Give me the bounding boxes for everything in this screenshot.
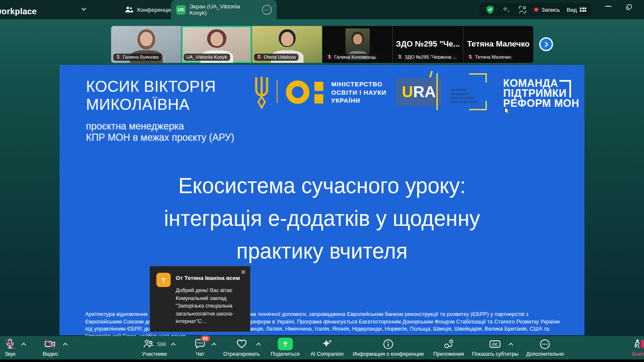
video-tile-olena-udalova[interactable]: Olena Udalova — [252, 26, 322, 63]
ministry-wordmark: МІНІСТЕРСТВО ОСВІТИ І НАУКИ УКРАЇНИ — [331, 80, 387, 105]
participant-name-pill: Галина Коломоєць — [325, 54, 379, 61]
record-dot-icon — [534, 8, 538, 12]
chat-notification-popup[interactable]: Т От Тетяна Іваніна всем Добрий день! Ва… — [150, 266, 250, 332]
participant-name-pill: ЗДО №295 "Червона ... — [395, 54, 460, 61]
brand-chevron-down-icon[interactable] — [81, 6, 86, 10]
view-label: Вид — [567, 7, 577, 13]
filmstrip-next-page-button[interactable] — [539, 37, 553, 51]
slide-speaker-role: проєктна менеджерка КПР МОН в межах проє… — [86, 121, 234, 143]
chat-options-chevron[interactable] — [212, 343, 216, 347]
more-icon — [540, 339, 551, 350]
captions-button[interactable]: CC Показать субтитры — [472, 338, 519, 357]
view-button[interactable]: Вид — [567, 7, 586, 13]
meeting-info-button[interactable]: Информация о конференции — [353, 338, 423, 357]
tab-conference-label: Конференция — [137, 7, 174, 13]
video-tile-galyna-kolomoiets[interactable]: Галина Коломоєць — [322, 26, 392, 63]
people-icon — [124, 5, 133, 14]
participants-options-chevron[interactable] — [171, 343, 176, 347]
video-tile-viktoriia-kosyk-active-speaker[interactable]: UA_Viktoriia Kosyk — [182, 26, 252, 63]
heart-icon — [236, 338, 247, 350]
smart-frame-icon[interactable] — [517, 5, 527, 15]
chat-message-preview: Добрий день! Вас вітає Комунальний закла… — [176, 287, 246, 326]
ura-subtitle: UKRAINE RECOVERY AND REFORM ARCHITECTURE — [451, 88, 477, 104]
apps-icon — [443, 338, 454, 350]
ministry-colon-icon — [314, 94, 323, 103]
ukraine-trident-icon — [253, 77, 270, 110]
shared-screen-slide: КОСИК ВІКТОРІЯ МИКОЛАЇВНА проєктна менед… — [60, 65, 584, 335]
brand-line1: zoom — [0, 1, 55, 7]
chat-button[interactable]: 93 Чат — [194, 338, 206, 357]
react-button[interactable]: Отреагировать — [223, 338, 260, 357]
tab-screen-label: Экран (UA_Viktoriia Kosyk) — [190, 3, 258, 16]
ura-frame-corner-tr — [486, 73, 487, 83]
tile-display-name: ЗДО №295 "Че... — [393, 39, 463, 49]
brand-line2: workplace — [0, 7, 55, 16]
video-tile-zdo-295[interactable]: ЗДО №295 "Че... ЗДО №295 "Червона ... — [393, 26, 463, 63]
mic-muted-icon — [397, 54, 402, 59]
participants-count: 566 — [157, 341, 166, 347]
tab-screen-share[interactable]: UK Экран (UA_Viktoriia Kosyk) ··· — [171, 0, 277, 19]
slide-title: Екосистема сучасного уроку: інтеграція е… — [60, 170, 584, 268]
recording-label: Запись — [541, 7, 560, 13]
mouse-cursor — [504, 107, 510, 115]
window-bottom-edge — [0, 359, 644, 362]
video-button[interactable]: Видео — [43, 338, 58, 357]
mic-muted-icon — [327, 54, 332, 59]
sparkle-icon — [321, 338, 333, 350]
video-tile-tetiana-malechko[interactable]: Тетяна Малечко Тетяна Малечко — [463, 26, 533, 63]
window-restore-button[interactable] — [626, 4, 632, 10]
ura-frame-bottom — [469, 109, 487, 110]
meeting-status-pill: Запись Вид — [480, 3, 592, 16]
chevron-right-icon — [543, 41, 550, 48]
recording-indicator[interactable]: Запись — [534, 7, 560, 13]
mic-muted-icon — [4, 338, 16, 350]
share-icon — [278, 338, 293, 350]
ai-companion-button[interactable]: AI Companion — [310, 338, 343, 357]
video-filmstrip: Галина Буянова UA_Viktoriia Kosyk — [111, 26, 533, 63]
team-bracket-side — [569, 80, 571, 98]
participants-icon — [143, 338, 154, 350]
participant-initials-badge: UK — [176, 5, 186, 15]
sender-avatar: Т — [156, 273, 171, 287]
video-options-chevron[interactable] — [63, 343, 68, 347]
security-shield-icon[interactable] — [486, 5, 495, 14]
logo-divider — [277, 80, 278, 103]
ura-accent-icon — [429, 71, 433, 78]
svg-text:CC: CC — [492, 342, 498, 346]
video-tile-galyna-buianova[interactable]: Галина Буянова — [111, 26, 181, 63]
share-screen-button[interactable]: Поделиться — [270, 338, 299, 357]
apps-button[interactable]: Приложения — [433, 338, 464, 357]
close-icon[interactable]: ✕ — [241, 268, 246, 276]
leave-icon — [634, 338, 644, 350]
participant-name-pill: Olena Udalova — [254, 54, 299, 61]
meeting-stage: Галина Буянова UA_Viktoriia Kosyk — [0, 19, 644, 359]
grid-view-icon — [580, 8, 586, 12]
ministry-colon-icon — [314, 82, 323, 91]
camera-off-icon — [44, 338, 57, 350]
mic-muted-icon — [257, 54, 262, 59]
mic-muted-icon — [468, 54, 473, 59]
chat-unread-badge: 93 — [200, 335, 210, 342]
tile-display-name: Тетяна Малечко — [463, 39, 533, 49]
audio-options-chevron[interactable] — [21, 343, 26, 347]
cc-icon: CC — [489, 338, 501, 350]
zoom-workplace-logo[interactable]: zoom workplace — [0, 1, 55, 19]
ai-companion-status-icon[interactable] — [501, 5, 511, 14]
ministry-o-logo-icon — [286, 80, 309, 104]
more-button[interactable]: Дополнительно — [526, 338, 564, 357]
participant-name-pill: Тетяна Малечко — [465, 54, 514, 61]
mic-muted-icon — [116, 54, 121, 59]
participants-button[interactable]: 566 Участники — [142, 338, 167, 357]
tab-more-icon[interactable]: ··· — [262, 5, 272, 15]
audio-button[interactable]: Звук — [4, 338, 16, 357]
reform-team-wordmark: КОМАНДА ПІДТРИМКИ РЕФОРМ МОН — [503, 78, 579, 108]
window-minimize-button[interactable] — [605, 6, 611, 7]
slide-speaker-name: КОСИК ВІКТОРІЯ МИКОЛАЇВНА — [86, 78, 216, 114]
leave-button[interactable]: Выйти — [632, 338, 644, 357]
tab-conference[interactable]: Конференция — [124, 0, 174, 19]
participant-name-pill: UA_Viktoriia Kosyk — [184, 54, 230, 61]
ura-frame-left — [436, 73, 438, 110]
chat-sender: От Тетяна Іваніна всем — [176, 275, 240, 281]
participant-name-pill: Галина Буянова — [113, 54, 161, 61]
ura-logo: URA — [396, 78, 441, 106]
